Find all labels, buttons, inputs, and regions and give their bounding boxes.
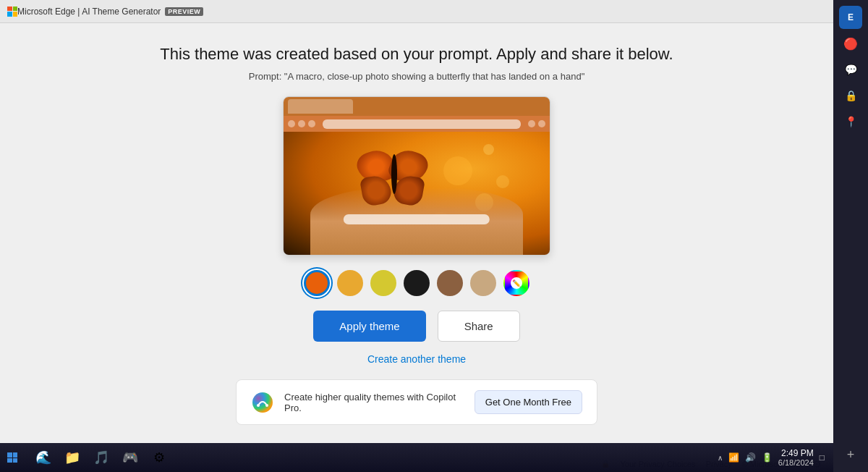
theme-preview xyxy=(283,96,550,256)
mock-profile-btn xyxy=(538,120,545,127)
taskbar-edge-icon[interactable]: 🌊 xyxy=(30,444,56,471)
system-tray: ∧ 📶 🔊 🔋 2:49 PM 6/18/2024 □ xyxy=(709,448,833,467)
tray-chevron[interactable]: ∧ xyxy=(718,454,723,462)
sidebar-icon-pin[interactable]: 📍 xyxy=(839,110,862,133)
sidebar-icon-add[interactable]: + xyxy=(839,443,862,466)
wifi-icon: 📶 xyxy=(728,452,739,463)
sidebar-icon-red[interactable]: 🔴 xyxy=(839,32,862,55)
windows-logo[interactable] xyxy=(7,452,17,463)
clock-time: 2:49 PM xyxy=(778,448,814,458)
create-another-link[interactable]: Create another theme xyxy=(367,353,466,365)
apply-button[interactable]: Apply theme xyxy=(313,311,425,342)
svg-point-2 xyxy=(265,404,268,407)
battery-icon: 🔋 xyxy=(762,452,773,463)
taskbar-icon-5[interactable]: ⚙ xyxy=(146,444,172,471)
preview-badge: PREVIEW xyxy=(165,7,203,16)
mock-address-bar xyxy=(323,119,521,129)
right-sidebar: E 🔴 💬 🔒 📍 + xyxy=(833,0,868,472)
color-swatch-gold[interactable] xyxy=(337,270,363,296)
color-swatch-lightbrown[interactable] xyxy=(470,270,496,296)
volume-icon: 🔊 xyxy=(745,452,756,463)
color-swatch-black[interactable] xyxy=(404,270,430,296)
share-button[interactable]: Share xyxy=(438,311,520,342)
taskbar-icon-4[interactable]: 🎮 xyxy=(117,444,143,471)
color-swatch-group: ✏️ xyxy=(304,270,529,296)
copilot-pro-banner: Create higher quality themes with Copilo… xyxy=(236,379,597,425)
notification-icon[interactable]: □ xyxy=(820,452,825,463)
get-free-button[interactable]: Get One Month Free xyxy=(475,390,582,414)
browser-top-bar: Microsoft Edge | AI Theme Generator PREV… xyxy=(0,0,833,23)
copilot-banner-text: Create higher quality themes with Copilo… xyxy=(284,392,464,413)
clock-date: 6/18/2024 xyxy=(778,458,814,467)
svg-point-1 xyxy=(257,404,260,407)
mock-back-btn xyxy=(288,120,295,127)
mock-forward-btn xyxy=(298,120,305,127)
color-swatch-yellow[interactable] xyxy=(370,270,396,296)
copilot-logo xyxy=(251,391,274,414)
mock-ext-btn xyxy=(528,120,535,127)
mock-search-bar xyxy=(344,214,490,224)
browser-title: Microsoft Edge | AI Theme Generator xyxy=(17,7,161,17)
color-swatch-brown[interactable] xyxy=(437,270,463,296)
taskbar-icon-3[interactable]: 🎵 xyxy=(88,444,114,471)
sidebar-icon-chat[interactable]: 💬 xyxy=(839,58,862,81)
page-content: This theme was created based on your pro… xyxy=(0,23,833,455)
mock-refresh-btn xyxy=(308,120,315,127)
butterfly-illustration xyxy=(358,151,430,208)
page-subheading: Prompt: "A macro, close-up photo showing… xyxy=(249,71,585,82)
system-clock[interactable]: 2:49 PM 6/18/2024 xyxy=(778,448,814,467)
butterfly-background xyxy=(284,132,550,255)
sidebar-icon-lock[interactable]: 🔒 xyxy=(839,84,862,107)
color-swatch-custom[interactable]: ✏️ xyxy=(503,270,529,296)
action-button-group: Apply theme Share xyxy=(313,311,519,342)
custom-color-icon: ✏️ xyxy=(511,277,522,289)
page-heading: This theme was created based on your pro… xyxy=(160,45,673,64)
sidebar-icon-blue[interactable]: E xyxy=(839,6,862,29)
mock-tab-bar xyxy=(284,97,550,116)
mock-toolbar xyxy=(284,116,550,132)
ms-logo xyxy=(7,7,17,17)
taskbar-icon-2[interactable]: 📁 xyxy=(59,444,85,471)
mock-tab xyxy=(288,99,353,114)
taskbar-icons: 🌊 📁 🎵 🎮 ⚙ xyxy=(25,444,709,471)
taskbar: 🌊 📁 🎵 🎮 ⚙ ∧ 📶 🔊 🔋 2:49 PM 6/18/2024 □ xyxy=(0,443,833,472)
mock-body xyxy=(284,132,550,255)
color-swatch-orange[interactable] xyxy=(304,270,330,296)
